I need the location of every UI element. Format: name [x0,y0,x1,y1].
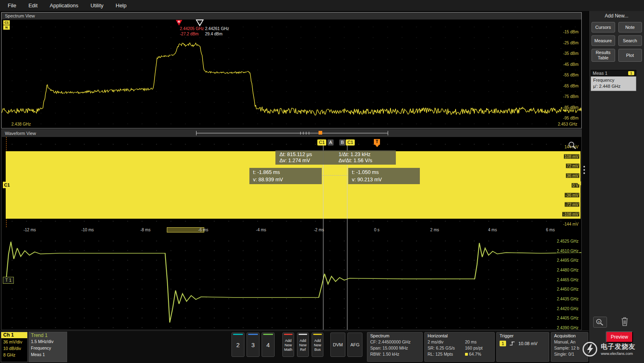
afg-button[interactable]: AFG [347,333,362,357]
warning-dot-icon [465,353,468,356]
magnifier-a-icon: a [596,318,605,326]
channel-2-color-strip [233,334,243,335]
cursor-b-time: t: -1.050 ms [352,169,416,176]
spectrum-settings-panel[interactable]: Spectrum CF: 2.44500000 GHz Span: 15.000… [367,332,423,362]
stop-frequency-label: 2.453 GHz [558,122,577,126]
panel-resize-handle[interactable] [583,166,585,174]
menu-file[interactable]: File [2,0,22,11]
cursor-a-time: t: -1.865 ms [253,169,318,176]
trend1-source: Meas 1 [31,352,65,358]
zoom-annotation-button[interactable]: a [593,317,607,328]
menu-help[interactable]: Help [109,0,133,11]
time-axis-label: -2 ms [314,228,324,232]
trend1-handle-badge[interactable]: T 1 [3,277,14,284]
trigger-settings-title: Trigger [500,333,546,338]
ref-color-strip [299,334,307,335]
spectrum-trace-svg [2,20,581,128]
time-axis-label: -10 ms [81,228,94,232]
inverse-delta-t: 1/Δt: 1.23 kHz [338,152,392,157]
spectrum-plot[interactable]: C1 N R 2.44205 GHz -27.2 dBm 2.44261 GHz… [2,20,581,128]
horizontal-settings-panel[interactable]: Horizontal 2 ms/div 20 ms SR: 6.25 GS/s … [424,332,495,362]
cursor-a-value: v: 88.939 mV [253,176,318,183]
trigger-position-flag[interactable] [319,131,322,135]
menu-edit[interactable]: Edit [22,0,44,11]
search-button[interactable]: Search [618,35,642,46]
math-color-strip [284,334,293,335]
channel-4-button[interactable]: 4 [262,333,275,357]
cursor-b-source-badge[interactable]: C1 [346,139,355,146]
ruler-tick [303,132,303,135]
menu-applications[interactable]: Applications [44,0,84,11]
cursor-a-readout: t: -1.865 ms v: 88.939 mV [249,168,322,184]
measure-button[interactable]: Measure [592,35,615,46]
trigger-settings-panel[interactable]: Trigger 1 10.08 mV [496,332,549,362]
spectrum-settings-title: Spectrum [370,333,419,338]
zoom-overview-ruler[interactable] [196,131,388,135]
dvm-button[interactable]: DVM [330,333,345,357]
cursor-a-line[interactable] [323,139,323,330]
cursor-b-badge[interactable]: B [339,139,345,146]
trend1-type: Frequency [31,345,65,352]
reference-marker-readout: 2.44205 GHz -27.2 dBm [180,26,204,37]
meas1-source-badge: 1 [628,71,634,75]
add-new-math-label: Add New Math [284,339,293,352]
time-axis-label: 2 ms [430,228,439,232]
cursor-b-readout: t: -1.050 ms v: 90.213 mV [348,168,420,184]
channel-4-color-strip [263,334,273,335]
ruler-tick [306,132,306,135]
trigger-marker[interactable]: T [374,139,380,145]
zoom-icon[interactable] [568,141,577,150]
add-new-bus-button[interactable]: Add New Bus [312,333,323,357]
cursor-a-badge[interactable]: A [327,139,334,146]
time-axis: -12 ms-10 ms-8 ms-6 ms-4 ms-2 ms0 s2 ms4… [2,227,581,233]
add-new-ref-button[interactable]: Add New Ref [297,333,309,357]
meas1-mean: μ': 2.448 GHz [593,83,634,89]
ch1-vertical-scale: 36 mV/div [3,339,25,346]
rising-edge-icon [509,341,515,346]
channel-3-button[interactable]: 3 [247,333,260,357]
cursor-b-line[interactable] [347,139,347,330]
spectrum-trace [2,43,581,115]
sample-rate: SR: 6.25 GS/s [428,345,465,351]
trend1-settings-tile[interactable]: Trend 1 1.5 MHz/div Frequency Meas 1 [28,332,67,362]
acquisition-mode: Manual, An [554,339,585,345]
results-table-button[interactable]: Results Table [592,49,615,62]
cursor-a-source-badge[interactable]: C1 [317,139,326,146]
cursors-button[interactable]: Cursors [592,22,615,33]
svg-text:a: a [598,320,600,323]
spectrum-view-header[interactable]: Spectrum View [2,13,581,20]
menu-utility[interactable]: Utility [84,0,109,11]
cursor-b-value: v: 90.213 mV [352,176,416,183]
horizontal-settings-title: Horizontal [428,333,491,338]
delta-t: Δt: 815.112 μs [279,152,335,157]
add-new-ref-label: Add New Ref [299,339,307,352]
ruler-tick [309,132,309,135]
meas1-results-badge[interactable]: Meas 1 1 Frequency μ': 2.448 GHz [591,70,636,91]
ch1-settings-tile[interactable]: Ch 1 36 mV/div 10 dB/div 8 GHz [1,332,28,362]
record-length: RL: 125 Mpts [428,351,465,357]
channel-c1-badge: C1 [3,20,10,25]
sample-interval: 160 ps/pt [465,345,491,351]
channel-2-button[interactable]: 2 [231,333,245,357]
time-axis-label: -8 ms [140,228,151,232]
trend1-scale: 1.5 MHz/div [31,339,65,345]
note-button[interactable]: Note [618,22,642,33]
trend-trace-svg [2,233,581,330]
trash-button[interactable] [619,315,630,328]
ch1-label[interactable]: Ch 1 [1,332,27,338]
time-per-div: 2 ms/div [428,339,465,345]
plot-button[interactable]: Plot [618,49,642,62]
trigger-source-badge: 1 [500,341,506,346]
add-new-math-button[interactable]: Add New Math [282,333,294,357]
channel-3-color-strip [248,334,258,335]
memory-usage: 64.7% [465,351,491,357]
trend1-label[interactable]: Trend 1 [29,332,67,339]
trigger-level-arrow[interactable] [577,181,581,185]
time-axis-label: 0 s [374,228,380,232]
trend-plot[interactable] [2,233,581,330]
delta-v: Δv: 1.274 mV [279,158,335,163]
spectrum-source-badges: C1 N [3,20,10,30]
cursor-delta-readout: Δt: 815.112 μs 1/Δt: 1.23 kHz Δv: 1.274 … [275,150,396,165]
time-axis-label: -6 ms [198,228,208,232]
cursor-connector-line [322,175,347,176]
